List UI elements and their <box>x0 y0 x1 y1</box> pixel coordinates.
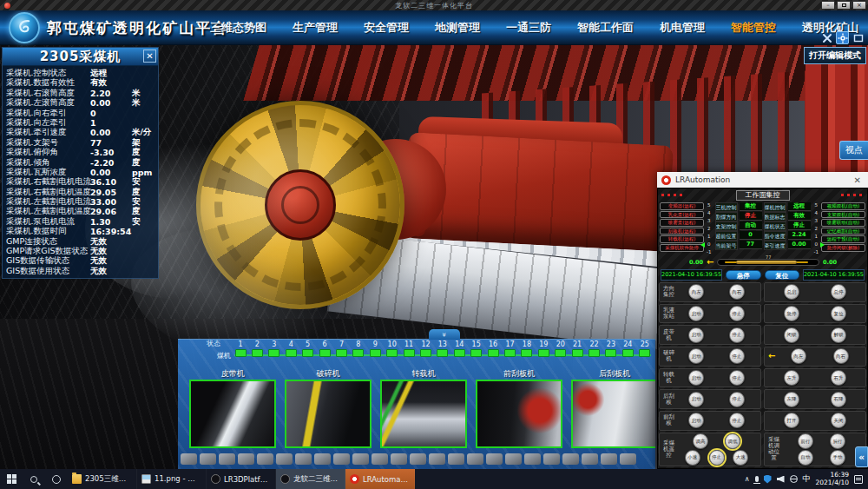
control-button[interactable]: 向右 <box>833 348 849 364</box>
notification-center-icon[interactable] <box>854 475 863 484</box>
camera-thumbnail[interactable] <box>285 380 372 448</box>
control-button[interactable]: 左降 <box>784 392 799 407</box>
support-status-indicator[interactable] <box>370 349 381 357</box>
status-button[interactable]: 喷雾泵(远程) <box>660 219 704 227</box>
collapse-panel-tab[interactable]: » <box>429 329 460 340</box>
slider-track[interactable]: 77 <box>717 259 819 266</box>
tray-expand-icon[interactable]: ∧ <box>745 475 750 483</box>
collapse-side-button[interactable]: « <box>855 446 868 467</box>
camera-thumbnail[interactable] <box>380 380 467 448</box>
camera-thumbnail[interactable] <box>189 380 276 448</box>
reset-button[interactable]: 复位 <box>765 270 799 280</box>
security-shield-icon[interactable] <box>764 475 772 484</box>
filmstrip-item[interactable] <box>582 453 598 465</box>
control-button[interactable]: 向左 <box>688 284 704 300</box>
filmstrip-item[interactable] <box>352 453 369 465</box>
viewpoint-tab[interactable]: 视点 <box>839 141 868 160</box>
support-status-indicator[interactable] <box>302 349 313 357</box>
status-button[interactable]: 乳化泵(远程) <box>660 211 704 219</box>
lr-close-icon[interactable]: ✕ <box>852 175 864 185</box>
cortana-icon[interactable] <box>45 469 68 489</box>
support-status-indicator[interactable] <box>488 349 499 357</box>
nav-item[interactable]: 生产管理 <box>293 20 338 36</box>
shearer-marker-icon[interactable] <box>736 261 796 264</box>
control-button[interactable]: 停止 <box>729 392 745 407</box>
nav-item[interactable]: 智能管控 <box>731 20 776 36</box>
filmstrip[interactable] <box>181 453 636 465</box>
support-status-indicator[interactable] <box>286 349 297 357</box>
restore-button[interactable] <box>837 1 851 10</box>
filmstrip-item[interactable] <box>391 453 407 465</box>
nav-item[interactable]: 机电管理 <box>660 20 705 36</box>
control-button[interactable]: 调低 <box>725 433 740 449</box>
workface-control-tab[interactable]: 工作面集控 <box>736 190 790 201</box>
filmstrip-item[interactable] <box>410 453 426 465</box>
filmstrip-item[interactable] <box>543 453 560 465</box>
support-status-indicator[interactable] <box>605 349 616 357</box>
control-button[interactable]: 调高 <box>693 433 708 449</box>
nav-item[interactable]: 地测管理 <box>435 20 480 36</box>
status-button[interactable]: 视频跟机(自动) <box>821 202 865 210</box>
control-button[interactable]: 启动 <box>688 370 704 386</box>
filmstrip-item[interactable] <box>601 453 617 465</box>
support-status-indicator[interactable] <box>538 349 549 357</box>
support-status-indicator[interactable] <box>352 349 364 357</box>
control-button[interactable]: 闭锁 <box>784 327 799 343</box>
support-status-indicator[interactable] <box>454 349 465 357</box>
support-status-indicator[interactable] <box>420 349 431 357</box>
control-button[interactable]: 停止 <box>729 327 745 343</box>
control-button[interactable]: 总启 <box>784 284 799 300</box>
camera-thumbnail[interactable] <box>476 380 562 448</box>
open-edit-mode-button[interactable]: 打开编辑模式 <box>804 47 866 64</box>
filmstrip-item[interactable] <box>524 453 541 465</box>
control-button[interactable]: 后行 <box>830 433 845 449</box>
status-button[interactable]: 转载机(远程) <box>660 235 704 243</box>
support-status-indicator[interactable] <box>589 349 600 357</box>
support-status-indicator[interactable] <box>622 349 634 357</box>
control-button[interactable]: 启动 <box>688 392 704 407</box>
nav-item[interactable]: 一通三防 <box>506 20 551 36</box>
lr-titlebar[interactable]: LRAutomation ✕ <box>657 172 868 188</box>
ime-indicator[interactable]: 中 <box>803 473 811 485</box>
filmstrip-item[interactable] <box>505 453 522 465</box>
support-status-indicator[interactable] <box>555 349 566 357</box>
shearer-position-slider[interactable]: 0.00 ← 77 0.00 <box>689 257 837 268</box>
filmstrip-item[interactable] <box>448 453 464 465</box>
control-button[interactable]: 左升 <box>784 370 799 386</box>
filmstrip-item[interactable] <box>219 453 235 465</box>
close-button[interactable]: × <box>852 1 866 10</box>
control-button[interactable]: 启动 <box>688 327 704 343</box>
control-button[interactable]: 停止 <box>729 348 745 364</box>
fit-screen-icon[interactable] <box>852 31 865 44</box>
support-status-indicator[interactable] <box>437 349 448 357</box>
nav-item[interactable]: 安全管理 <box>364 20 409 36</box>
status-button[interactable]: 支架跟机(自动) <box>821 211 865 219</box>
control-button[interactable]: 手动 <box>830 450 845 466</box>
status-button[interactable]: 采煤机软件急停 <box>660 244 704 252</box>
control-button[interactable]: 停止 <box>729 370 745 386</box>
control-button[interactable]: 向左 <box>791 348 806 364</box>
taskbar-button[interactable]: 2305三维截图 <box>68 469 137 489</box>
control-button[interactable]: 启动 <box>688 348 704 364</box>
support-status-indicator[interactable] <box>470 349 482 357</box>
minimize-button[interactable]: – <box>821 1 835 10</box>
tools-icon[interactable] <box>820 31 833 44</box>
control-button[interactable]: 向右 <box>729 284 745 300</box>
control-button[interactable]: 打开 <box>784 413 799 428</box>
filmstrip-item[interactable] <box>562 453 579 465</box>
filmstrip-item[interactable] <box>295 453 312 465</box>
support-status-indicator[interactable] <box>336 349 347 357</box>
support-status-indicator[interactable] <box>319 349 331 357</box>
filmstrip-item[interactable] <box>429 453 445 465</box>
filmstrip-item[interactable] <box>238 453 254 465</box>
camera-thumbnail[interactable] <box>571 380 655 448</box>
support-status-indicator[interactable] <box>252 349 263 357</box>
support-status-indicator[interactable] <box>235 349 247 357</box>
control-button[interactable]: 小速 <box>685 450 700 466</box>
filmstrip-item[interactable] <box>257 453 273 465</box>
support-status-indicator[interactable] <box>268 349 279 357</box>
control-button[interactable]: 大速 <box>733 450 748 466</box>
filmstrip-item[interactable] <box>314 453 331 465</box>
control-button[interactable]: 复位 <box>831 306 846 321</box>
filmstrip-item[interactable] <box>333 453 350 465</box>
